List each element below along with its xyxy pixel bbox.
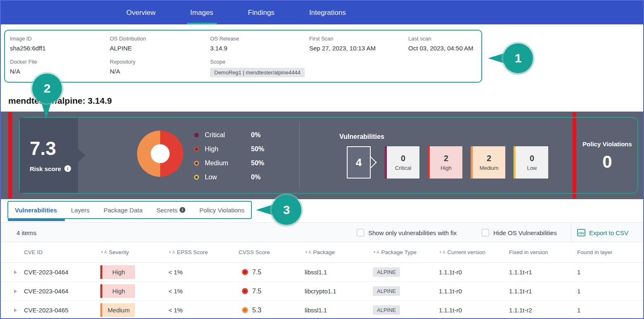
header-package-type[interactable]: Package Type: [373, 249, 439, 255]
low-count-box[interactable]: 0 Low: [514, 146, 548, 179]
risk-score-value: 7.3: [30, 139, 78, 158]
legend-item: Medium 50%: [194, 156, 264, 170]
tab-layers[interactable]: Layers: [71, 207, 90, 214]
tab-vulnerabilities[interactable]: Vulnerabilities: [15, 207, 57, 214]
legend-label: High: [205, 145, 251, 153]
checkbox-show-fix[interactable]: [357, 229, 364, 236]
tab-policy-violations[interactable]: Policy Violations: [199, 207, 244, 214]
info-icon[interactable]: [64, 165, 71, 172]
row-expand-icon[interactable]: [14, 289, 17, 293]
sort-filter-icon[interactable]: [439, 250, 445, 255]
legend-percent: 0%: [251, 174, 264, 181]
header-cvss-score[interactable]: CVSS Score: [239, 249, 305, 255]
found-in-layer: 1: [577, 269, 643, 276]
meta-label: OS Distribution: [110, 36, 210, 42]
header-package[interactable]: Package: [305, 249, 373, 255]
high-count-label: High: [440, 165, 452, 171]
header-label: Current version: [447, 249, 485, 255]
active-tab-underline: [8, 219, 65, 221]
current-version: 1.1.1t-r0: [439, 307, 509, 314]
nav-tab-integrations[interactable]: Integrations: [292, 1, 363, 24]
sort-filter-icon[interactable]: [168, 250, 175, 255]
header-fixed-in-version[interactable]: Fixed in version: [509, 249, 577, 255]
sort-filter-icon[interactable]: [100, 250, 107, 255]
header-epss-score[interactable]: EPSS Score: [168, 249, 239, 255]
severity-badge: Medium: [100, 303, 135, 317]
tab-secrets[interactable]: Secrets: [156, 207, 185, 214]
vulnerability-counts: 4 0 Critical 2 High 2 Medium 0 Low: [347, 146, 548, 179]
meta-first-scan: First Scan Sep 27, 2023, 10:13 AM: [309, 36, 408, 57]
detail-tabs: Vulnerabilities Layers Package Data Secr…: [7, 201, 252, 219]
current-version: 1.1.1t-r0: [439, 288, 509, 295]
severity-donut-chart: [137, 131, 183, 177]
found-in-layer: 1: [577, 307, 643, 314]
filter-hide-os[interactable]: Hide OS Vulnerabilities: [482, 223, 557, 243]
medium-count: 2: [487, 154, 491, 163]
low-dot-icon: [194, 175, 199, 180]
table-row[interactable]: CVE-2023-0465 Medium < 1% 5.3 libssl1.1 …: [1, 301, 643, 319]
legend-label: Critical: [205, 131, 251, 139]
package-type-chip: ALPINE: [373, 305, 400, 315]
risk-score-label: Risk score: [30, 165, 61, 172]
low-count-label: Low: [527, 165, 537, 171]
export-to-csv-button[interactable]: CSV Export to CSV: [577, 223, 628, 243]
csv-file-icon: CSV: [577, 229, 585, 236]
cvss-severity-dot-icon: [242, 288, 248, 294]
table-row[interactable]: CVE-2023-0464 High < 1% 7.5 libssl1.1 AL…: [1, 263, 643, 282]
checkbox-hide-os-label: Hide OS Vulnerabilities: [493, 229, 557, 236]
meta-scope: Scope DemoReg1 | mendtester/alpine4444: [210, 59, 408, 80]
row-expand-icon[interactable]: [14, 270, 17, 274]
package-name: libssl1.1: [305, 269, 373, 276]
filter-only-with-fix[interactable]: Show only vulnerabilities with fix: [357, 223, 457, 243]
meta-image-id: Image ID sha256:6dff1: [10, 36, 110, 57]
scope-chip: DemoReg1 | mendtester/alpine4444: [210, 68, 305, 77]
sort-filter-icon[interactable]: [373, 250, 379, 255]
header-cve-id[interactable]: CVE ID: [24, 249, 100, 255]
critical-count-box[interactable]: 0 Critical: [385, 146, 419, 179]
cvss-severity-dot-icon: [242, 269, 248, 275]
low-count: 0: [530, 154, 534, 163]
meta-value: N/A: [110, 68, 210, 75]
header-severity[interactable]: Severity: [100, 249, 168, 255]
meta-label: OS Release: [210, 36, 309, 42]
high-count-box[interactable]: 2 High: [428, 146, 462, 179]
header-label: Severity: [109, 249, 129, 255]
items-count: 4 items: [17, 223, 36, 243]
legend-item: Critical 0%: [194, 128, 264, 142]
info-icon[interactable]: [180, 207, 185, 213]
meta-value: Oct 03, 2023, 04:50 AM: [408, 45, 476, 52]
meta-label: Repository: [110, 59, 210, 65]
header-label: CVSS Score: [239, 249, 270, 255]
cvss-score: 7.5: [252, 269, 261, 276]
annotation-1-pointer: [488, 53, 505, 64]
legend-percent: 50%: [251, 145, 264, 153]
severity-legend: Critical 0% High 50% Medium 50% Low 0%: [194, 128, 264, 184]
medium-count-box[interactable]: 2 Medium: [471, 146, 505, 179]
table-row[interactable]: CVE-2023-0464 High < 1% 7.5 libcrypto1.1…: [1, 282, 643, 301]
header-found-in-layer[interactable]: Found in layer: [577, 249, 643, 255]
medium-count-label: Medium: [479, 165, 498, 171]
row-expand-icon[interactable]: [14, 308, 17, 312]
cve-id[interactable]: CVE-2023-0464: [24, 288, 100, 295]
meta-value: N/A: [10, 68, 110, 75]
annotation-balloon-2: 2: [32, 74, 62, 103]
header-label: EPSS Score: [177, 249, 208, 255]
cve-id[interactable]: CVE-2023-0465: [24, 307, 100, 314]
nav-tab-overview[interactable]: Overview: [109, 1, 173, 24]
severity-badge: High: [100, 265, 135, 279]
cve-id[interactable]: CVE-2023-0464: [24, 269, 100, 276]
header-label: Package: [313, 249, 335, 255]
top-navigation: Overview Images Findings Integrations: [1, 1, 643, 24]
header-current-version[interactable]: Current version: [439, 249, 509, 255]
nav-tab-findings[interactable]: Findings: [231, 1, 292, 24]
package-name: libssl1.1: [305, 307, 373, 314]
nav-tab-images[interactable]: Images: [173, 1, 231, 24]
medium-dot-icon: [194, 161, 199, 166]
sort-filter-icon[interactable]: [305, 250, 311, 255]
package-name: libcrypto1.1: [305, 288, 373, 295]
checkbox-hide-os[interactable]: [482, 229, 489, 236]
vertical-divider: [299, 122, 300, 188]
tab-package-data[interactable]: Package Data: [104, 207, 142, 214]
policy-violations-label: Policy Violations: [582, 140, 632, 148]
table-toolbar: 4 items Show only vulnerabilities with f…: [1, 222, 643, 242]
